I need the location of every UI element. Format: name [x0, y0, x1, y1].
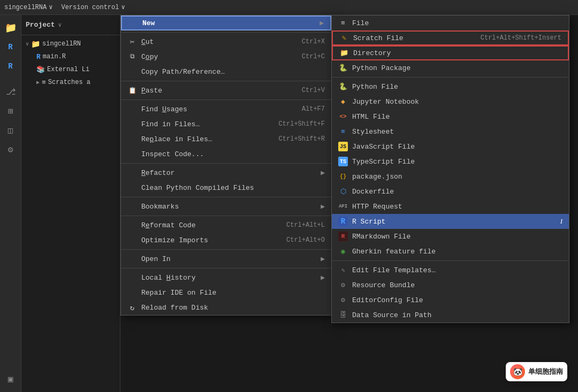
menu-item-open-in[interactable]: Open In ▶: [121, 251, 331, 266]
menu-item-local-history[interactable]: Local History ▶: [121, 270, 331, 285]
submenu-item-dockerfile[interactable]: ⬡ Dockerfile: [332, 184, 569, 199]
local-history-arrow: ▶: [321, 273, 325, 282]
dir-label: Directory: [353, 49, 391, 57]
tree-item-singcellrna[interactable]: ∨ 📁 singcellRN: [21, 37, 120, 50]
copy-path-label: Copy Path/Reference…: [141, 68, 225, 76]
project-header[interactable]: Project ∨: [21, 15, 120, 35]
submenu-item-gherkin[interactable]: ◉ Gherkin feature file: [332, 244, 569, 259]
reformat-label: Reformat Code: [141, 221, 195, 229]
sidebar-icon-git[interactable]: ⎇: [2, 83, 19, 101]
menu-item-bookmarks[interactable]: Bookmarks ▶: [121, 199, 331, 214]
menu-item-inspect-code[interactable]: Inspect Code...: [121, 147, 331, 162]
resource-label: Resource Bundle: [352, 281, 415, 289]
css-label: Stylesheet: [352, 128, 394, 136]
menu-item-cut[interactable]: ✂ Cut Ctrl+X: [121, 34, 331, 49]
replace-label: Replace in Files…: [141, 135, 212, 143]
replace-shortcut: Ctrl+Shift+R: [279, 135, 325, 143]
submenu-item-scratch-file[interactable]: ✎ Scratch File Ctrl+Alt+Shift+Insert: [332, 30, 569, 45]
submenu-item-stylesheet[interactable]: ≡ Stylesheet: [332, 124, 569, 139]
gherkin-label: Gherkin feature file: [352, 248, 436, 256]
rmd-icon: R: [338, 232, 348, 241]
menu-item-repair-ide[interactable]: Repair IDE on File: [121, 285, 331, 300]
html-icon: <>: [338, 112, 348, 121]
version-control[interactable]: Version control ∨: [61, 3, 125, 11]
js-icon: JS: [338, 142, 348, 151]
submenu-item-editorconfig[interactable]: ⚙ EditorConfig File: [332, 293, 569, 308]
open-in-label: Open In: [141, 255, 171, 263]
tree-item-label: External Li: [47, 66, 89, 73]
submenu-item-package-json[interactable]: {} package.json: [332, 169, 569, 184]
submenu-item-ts[interactable]: TS TypeScript File: [332, 154, 569, 169]
menu-item-reload-disk[interactable]: ↻ Reload from Disk: [121, 300, 331, 315]
repair-label: Repair IDE on File: [141, 289, 216, 297]
menu-item-refactor[interactable]: Refactor ▶: [121, 165, 331, 180]
menu-item-reformat[interactable]: Reformat Code Ctrl+Alt+L: [121, 218, 331, 233]
menu-item-new[interactable]: New ▶: [121, 16, 331, 30]
sidebar-icon-layers[interactable]: ⊞: [2, 103, 19, 120]
new-label: New: [142, 19, 155, 27]
submenu-item-jupyter[interactable]: ◆ Jupyter Notebook: [332, 94, 569, 109]
submenu-item-python-file[interactable]: 🐍 Python File: [332, 79, 569, 94]
project-panel: Project ∨ ∨ 📁 singcellRN R main.R 📚 Exte…: [21, 15, 120, 392]
project-arrow: ∨: [58, 21, 62, 28]
menu-item-replace-in-files[interactable]: Replace in Files… Ctrl+Shift+R: [121, 132, 331, 147]
reload-icon: ↻: [127, 303, 137, 312]
sidebar-icon-puzzle[interactable]: ◫: [2, 122, 19, 139]
submenu-item-resource-bundle[interactable]: ⚙ Resource Bundle: [332, 278, 569, 293]
app-name[interactable]: singcellRNA ∨: [4, 3, 52, 11]
find-usages-label: Find Usages: [141, 105, 187, 113]
dockerfile-label: Dockerfile: [352, 188, 394, 196]
sidebar-icon-r1[interactable]: R: [2, 39, 19, 56]
menu-item-find-in-files[interactable]: Find in Files… Ctrl+Shift+F: [121, 117, 331, 132]
cut-icon: ✂: [127, 37, 137, 47]
new-arrow: ▶: [320, 19, 324, 27]
left-sidebar-icons: 📁 R R ⎇ ⊞ ◫ ⚙ ▣: [0, 15, 21, 392]
separator-8: [121, 268, 331, 268]
sidebar-icon-gear[interactable]: ⚙: [2, 141, 19, 158]
submenu-item-file[interactable]: ≡ File: [332, 16, 569, 30]
json-label: package.json: [352, 173, 402, 181]
watermark: 🐼 单细胞指南: [506, 362, 567, 381]
tree-item-scratches[interactable]: ▶ ≡ Scratches a: [21, 76, 120, 89]
tree-item-external-libs[interactable]: 📚 External Li: [21, 63, 120, 76]
tree-item-label: Scratches a: [48, 79, 90, 86]
menu-item-copy[interactable]: ⧉ Copy Ctrl+C: [121, 49, 331, 64]
html-label: HTML File: [352, 113, 390, 121]
refactor-arrow: ▶: [321, 168, 325, 177]
version-control-label: Version control: [61, 4, 119, 11]
local-history-label: Local History: [141, 274, 195, 282]
sidebar-icon-folder[interactable]: 📁: [2, 19, 19, 36]
cut-label: Cut: [141, 38, 154, 46]
menu-item-find-usages[interactable]: Find Usages Alt+F7: [121, 102, 331, 117]
jupyter-icon: ◆: [338, 97, 348, 106]
paste-icon: 📋: [127, 87, 137, 95]
separator-4: [121, 163, 331, 164]
submenu-item-rmarkdown[interactable]: R RMarkdown File: [332, 229, 569, 244]
separator-7: [121, 249, 331, 250]
menu-item-clean-python[interactable]: Clean Python Compiled Files: [121, 180, 331, 195]
vc-arrow-icon: ∨: [121, 3, 125, 11]
menu-item-paste[interactable]: 📋 Paste Ctrl+V: [121, 83, 331, 98]
separator-3: [121, 99, 331, 100]
app-name-label: singcellRNA: [4, 4, 47, 11]
menu-item-copy-path[interactable]: Copy Path/Reference…: [121, 64, 331, 79]
menu-item-optimize-imports[interactable]: Optimize Imports Ctrl+Alt+O: [121, 233, 331, 248]
copy-shortcut: Ctrl+C: [302, 53, 325, 60]
submenu-item-data-source[interactable]: 🗄 Data Source in Path: [332, 308, 569, 322]
submenu-item-edit-templates[interactable]: ✎ Edit File Templates…: [332, 263, 569, 278]
submenu-item-html[interactable]: <> HTML File: [332, 109, 569, 124]
submenu-item-directory[interactable]: 📁 Directory: [332, 45, 569, 60]
sidebar-icon-r2[interactable]: R: [2, 58, 19, 75]
submenu-item-python-package[interactable]: 🐍 Python Package: [332, 60, 569, 75]
submenu-item-r-script[interactable]: R R Script I: [332, 214, 569, 229]
scratch-icon: ✎: [339, 33, 349, 43]
submenu-item-http[interactable]: API HTTP Request: [332, 199, 569, 214]
http-label: HTTP Request: [352, 203, 402, 211]
resource-icon: ⚙: [338, 280, 348, 290]
tree-item-mainr[interactable]: R main.R: [21, 50, 120, 63]
tree-item-label: main.R: [43, 53, 66, 60]
submenu-item-js[interactable]: JS JavaScript File: [332, 139, 569, 154]
sidebar-icon-terminal[interactable]: ▣: [2, 371, 19, 388]
file-label: File: [352, 19, 369, 27]
find-in-files-shortcut: Ctrl+Shift+F: [279, 120, 325, 128]
